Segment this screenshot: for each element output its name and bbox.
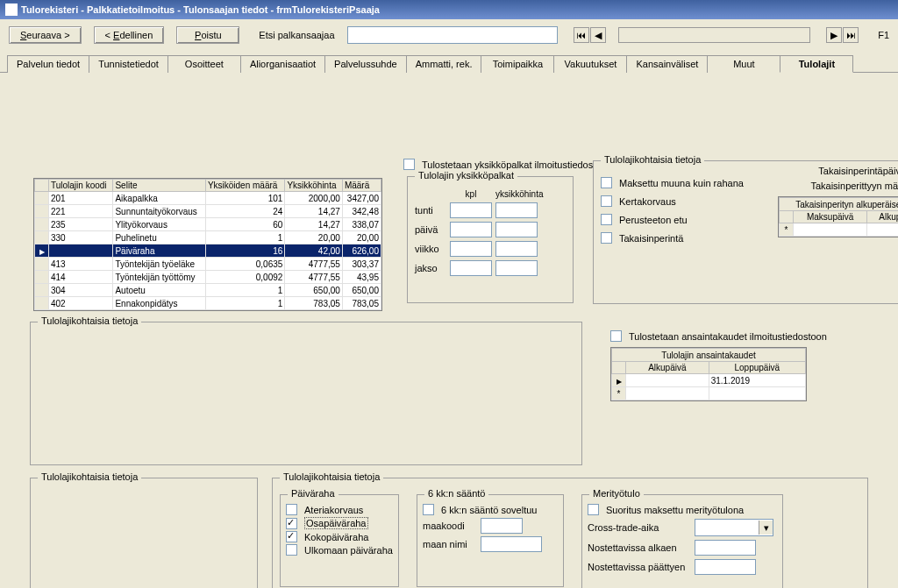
toolbar: Seuraava > < Edellinen Poistu Etsi palka… <box>0 19 898 54</box>
app-icon <box>5 4 18 16</box>
viikko-yh[interactable] <box>495 241 538 257</box>
kokopaivaraha-check[interactable]: Kokopäiväraha <box>286 531 393 542</box>
ulkomaan-paivaraha-check[interactable]: Ulkomaan päiväraha <box>286 544 393 556</box>
search-input[interactable] <box>347 26 558 44</box>
withdrawable-from-field[interactable] <box>695 540 756 556</box>
table-row[interactable]: Päiväraha1642,00626,00 <box>35 244 381 258</box>
table-row[interactable]: 201Aikapalkka1012000,003427,00 <box>35 192 381 205</box>
content-area: Tulostetaan yksikköpalkat ilmoitustiedos… <box>0 73 898 87</box>
osapaivaraha-check[interactable]: Osapäiväraha <box>286 517 393 529</box>
table-row[interactable]: 414Työntekijän työttömy0,00924777,5543,9… <box>35 271 381 284</box>
income-types-grid[interactable]: Tulolajin koodi Selite Yksiköiden määrä … <box>33 178 382 311</box>
table-row[interactable]: 413Työntekijän työeläke0,06354777,55303,… <box>35 258 381 271</box>
window-title: Tulorekisteri - Palkkatietoilmoitus - Tu… <box>21 4 380 15</box>
paiva-kpl[interactable] <box>450 222 492 237</box>
tab-osoitteet[interactable]: Osoitteet <box>167 55 241 73</box>
nav-last-button[interactable]: ⏭ <box>843 27 859 43</box>
table-row[interactable]: 235Ylityökorvaus6014,27338,07 <box>35 218 381 231</box>
country-code-field[interactable] <box>481 518 523 534</box>
nav-prev-button[interactable]: ◀ <box>590 27 606 43</box>
tab-ammatti[interactable]: Ammatti, rek. <box>406 55 482 73</box>
f1-label: F1 <box>878 30 889 40</box>
paivaraha-group: Päiväraha Ateriakorvaus Osapäiväraha Kok… <box>280 494 399 587</box>
close-button[interactable]: Poistu <box>176 26 239 44</box>
tab-aliorganisaatiot[interactable]: Aliorganisaatiot <box>240 55 325 73</box>
income-type-details-top: Tulolajikohtaisia tietoja Maksettu muuna… <box>593 160 898 304</box>
print-unit-wages-check[interactable]: Tulostetaan yksikköpalkat ilmoitustiedos… <box>403 159 612 170</box>
six-month-rule-group: 6 kk:n sääntö 6 kk:n sääntö soveltuu maa… <box>417 494 564 587</box>
prev-button[interactable]: < Edellinen <box>94 26 165 44</box>
window-titlebar: Tulorekisteri - Palkkatietoilmoitus - Tu… <box>0 0 898 19</box>
tab-muut[interactable]: Muut <box>707 55 780 73</box>
sea-income-group: Merityötulo Suoritus maksettu merityötul… <box>581 494 783 588</box>
search-label: Etsi palkansaajaa <box>259 30 334 40</box>
withdrawable-until-field[interactable] <box>695 559 756 575</box>
tab-tulolajit[interactable]: Tulolajit <box>780 55 853 73</box>
jakso-yh[interactable] <box>495 260 538 276</box>
tab-palvelun-tiedot[interactable]: Palvelun tiedot <box>7 55 89 73</box>
cross-trade-combo[interactable]: ▾ <box>695 519 773 536</box>
col-code[interactable]: Tulolajin koodi <box>49 180 113 192</box>
income-type-details-br: Tulolajikohtaisia tietoja Päiväraha Ater… <box>272 478 868 588</box>
chevron-down-icon: ▾ <box>759 521 773 535</box>
table-row[interactable]: 330Puhelinetu120,0020,00 <box>35 231 381 244</box>
col-price[interactable]: Yksikköhinta <box>285 180 343 192</box>
tunti-yh[interactable] <box>495 202 538 218</box>
col-amount[interactable]: Määrä <box>342 180 381 192</box>
nav-next-button[interactable]: ▶ <box>826 27 842 43</box>
table-row[interactable]: 221Sunnuntaityökorvaus2414,27342,48 <box>35 205 381 218</box>
next-button[interactable]: Seuraava > <box>9 26 82 44</box>
six-month-applies-check[interactable]: 6 kk:n sääntö soveltuu <box>423 504 558 515</box>
tab-kansainvaliset[interactable]: Kansainväliset <box>626 55 708 73</box>
earning-periods-area: Tulostetaan ansaintakaudet ilmoitustiedo… <box>610 330 898 401</box>
viikko-kpl[interactable] <box>450 241 492 257</box>
income-type-details-mid: Tulolajikohtaisia tietoja <box>30 322 582 465</box>
sea-income-paid-check[interactable]: Suoritus maksettu merityötulona <box>588 504 777 515</box>
table-row[interactable]: 402Ennakonpidätys1783,05783,05 <box>35 297 381 310</box>
unit-wages-group: Tulolajin yksikköpalkat kpl yksikköhinta… <box>407 176 574 303</box>
print-earning-periods-check[interactable]: Tulostetaan ansaintakaudet ilmoitustiedo… <box>610 330 898 342</box>
tab-bar: Palvelun tiedot Tunnistetiedot Osoitteet… <box>0 54 898 73</box>
earning-periods-grid[interactable]: Tulolajin ansaintakaudet AlkupäiväLoppup… <box>610 347 807 401</box>
paiva-yh[interactable] <box>495 222 538 237</box>
tab-tunnistetiedot[interactable]: Tunnistetiedot <box>89 55 168 73</box>
col-units[interactable]: Yksiköiden määrä <box>205 180 285 192</box>
tab-toimipaikka[interactable]: Toimipaikka <box>481 55 554 73</box>
record-scrollbar[interactable] <box>618 27 811 43</box>
tab-palvelussuhde[interactable]: Palvelussuhde <box>324 55 407 73</box>
tab-vakuutukset[interactable]: Vakuutukset <box>553 55 627 73</box>
unit-wages-title: Tulolajin yksikköpalkat <box>415 170 517 181</box>
ateriakorvaus-check[interactable]: Ateriakorvaus <box>286 504 393 515</box>
country-name-field[interactable] <box>481 536 542 552</box>
table-row[interactable]: 304Autoetu1650,00650,00 <box>35 284 381 297</box>
recovery-periods-grid[interactable]: Takaisinperityn alkuperäiset palkanmaksu… <box>778 196 898 237</box>
checkbox-icon <box>403 159 415 170</box>
col-selite[interactable]: Selite <box>113 180 205 192</box>
income-type-details-bl: Tulolajikohtaisia tietoja Ravintoedusta … <box>30 478 258 588</box>
jakso-kpl[interactable] <box>450 260 492 276</box>
tunti-kpl[interactable] <box>450 202 492 218</box>
nav-first-button[interactable]: ⏮ <box>574 27 589 43</box>
